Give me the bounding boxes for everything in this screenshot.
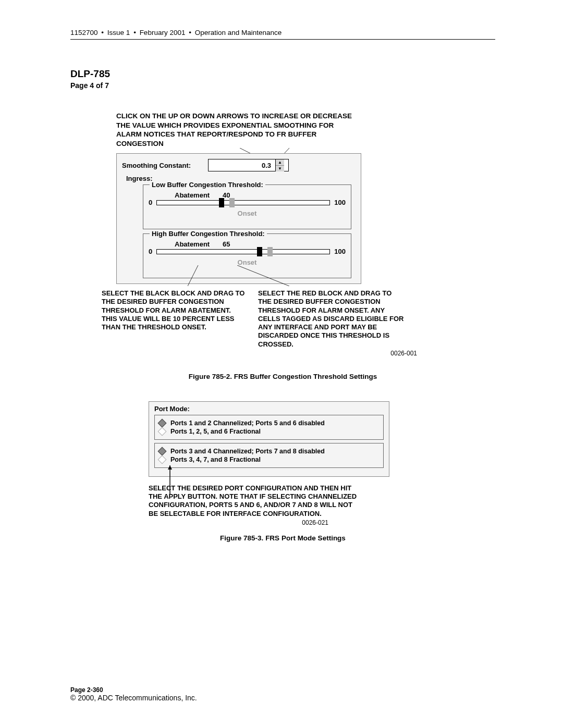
figure-caption-1: Figure 785-2. FRS Buffer Congestion Thre… bbox=[70, 373, 495, 380]
smoothing-input[interactable]: 0.3 ▲ ▼ bbox=[208, 159, 289, 171]
port-group-2: Ports 3 and 4 Channelized; Ports 7 and 8… bbox=[154, 443, 384, 468]
annotation-port-mode: SELECT THE DESIRED PORT CONFIGURATION AN… bbox=[149, 484, 357, 518]
high-abatement-value: 65 bbox=[223, 240, 230, 248]
low-abatement-label: Abatement bbox=[175, 191, 210, 199]
port-option-2-fractional[interactable]: Ports 3, 4, 7, and 8 Fractional bbox=[159, 456, 379, 463]
annotation-smoothing: CLICK ON THE UP OR DOWN ARROWS TO INCREA… bbox=[116, 112, 356, 148]
footer-copyright: © 2000, ADC Telecommunications, Inc. bbox=[70, 694, 197, 702]
issue: Issue 1 bbox=[107, 29, 130, 36]
smoothing-label: Smoothing Constant: bbox=[122, 162, 208, 169]
low-abatement-handle[interactable] bbox=[219, 198, 224, 207]
port-mode-dialog: Port Mode: Ports 1 and 2 Channelized; Po… bbox=[149, 401, 389, 477]
page-title: DLP-785 bbox=[70, 68, 495, 80]
smoothing-value: 0.3 bbox=[262, 162, 271, 169]
high-slider-max: 100 bbox=[334, 248, 346, 255]
port-option-label: Ports 3 and 4 Channelized; Ports 7 and 8… bbox=[170, 448, 325, 455]
radio-selected-icon bbox=[158, 418, 167, 427]
radio-unselected-icon bbox=[158, 455, 167, 464]
page-header: 1152700 • Issue 1 • February 2001 • Oper… bbox=[70, 29, 495, 40]
low-onset-label: Onset bbox=[149, 209, 346, 217]
radio-unselected-icon bbox=[158, 427, 167, 436]
port-option-1-channelized[interactable]: Ports 1 and 2 Channelized; Ports 5 and 6… bbox=[159, 419, 379, 427]
port-mode-label: Port Mode: bbox=[154, 405, 384, 413]
high-threshold-title: High Buffer Congestion Threshold: bbox=[150, 230, 267, 238]
low-slider[interactable] bbox=[156, 200, 330, 205]
high-onset-handle[interactable] bbox=[267, 247, 273, 256]
high-threshold-group: High Buffer Congestion Threshold: Abatem… bbox=[143, 233, 351, 278]
port-option-2-channelized[interactable]: Ports 3 and 4 Channelized; Ports 7 and 8… bbox=[159, 448, 379, 455]
footer-page: Page 2-360 bbox=[70, 686, 197, 694]
figure-caption-2: Figure 785-3. FRS Port Mode Settings bbox=[70, 534, 495, 542]
figure-ref-1: 0026-001 bbox=[70, 350, 417, 357]
spinner-up-icon[interactable]: ▲ bbox=[276, 159, 284, 166]
port-option-label: Ports 1, 2, 5, and 6 Fractional bbox=[170, 428, 261, 435]
congestion-dialog: Smoothing Constant: 0.3 ▲ ▼ Ingress: Low… bbox=[116, 153, 361, 284]
low-threshold-title: Low Buffer Congestion Threshold: bbox=[150, 181, 265, 189]
high-abatement-label: Abatement bbox=[175, 240, 210, 248]
port-option-label: Ports 1 and 2 Channelized; Ports 5 and 6… bbox=[170, 419, 325, 427]
spinner-down-icon[interactable]: ▼ bbox=[276, 166, 284, 171]
annotation-red-block: SELECT THE RED BLOCK AND DRAG TO THE DES… bbox=[258, 289, 404, 349]
figure-ref-2: 0026-021 bbox=[70, 519, 328, 526]
port-group-1: Ports 1 and 2 Channelized; Ports 5 and 6… bbox=[154, 415, 384, 440]
radio-selected-icon bbox=[158, 447, 167, 455]
annotation-black-block: SELECT THE BLACK BLOCK AND DRAG TO THE D… bbox=[102, 289, 248, 349]
low-onset-handle[interactable] bbox=[229, 198, 235, 207]
low-threshold-group: Low Buffer Congestion Threshold: Abateme… bbox=[143, 184, 351, 229]
port-option-label: Ports 3, 4, 7, and 8 Fractional bbox=[170, 456, 261, 463]
high-abatement-handle[interactable] bbox=[257, 247, 262, 256]
date: February 2001 bbox=[140, 29, 186, 36]
section: Operation and Maintenance bbox=[195, 29, 282, 36]
low-slider-min: 0 bbox=[149, 199, 152, 206]
port-option-1-fractional[interactable]: Ports 1, 2, 5, and 6 Fractional bbox=[159, 428, 379, 435]
high-slider-min: 0 bbox=[149, 248, 152, 255]
page-subtitle: Page 4 of 7 bbox=[70, 81, 495, 90]
high-slider[interactable] bbox=[156, 249, 330, 254]
high-onset-label: Onset bbox=[149, 258, 346, 266]
doc-number: 1152700 bbox=[70, 29, 98, 36]
low-slider-max: 100 bbox=[334, 199, 346, 206]
